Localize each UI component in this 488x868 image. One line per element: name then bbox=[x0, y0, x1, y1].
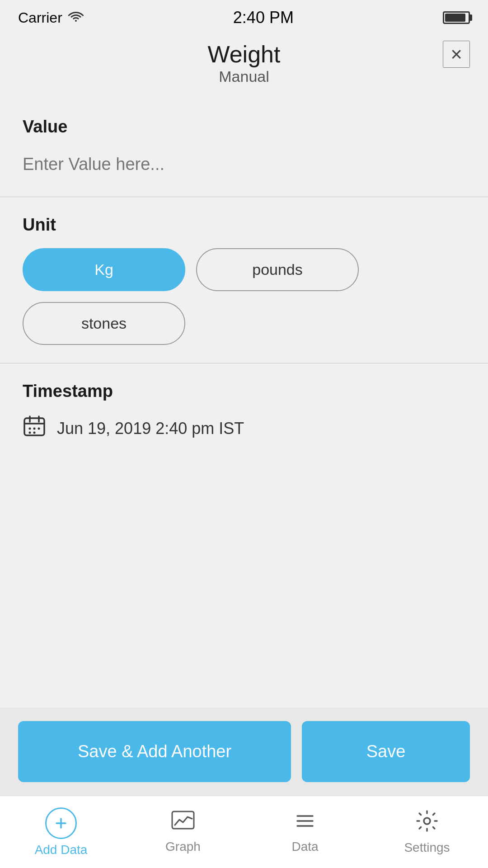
calendar-icon bbox=[23, 415, 46, 443]
tab-data[interactable]: Data bbox=[244, 796, 366, 868]
battery-fill bbox=[445, 14, 465, 22]
status-battery bbox=[443, 11, 470, 24]
svg-point-8 bbox=[33, 432, 36, 434]
add-data-icon bbox=[45, 807, 77, 839]
tab-settings-label: Settings bbox=[404, 840, 450, 855]
timestamp-row[interactable]: Jun 19, 2019 2:40 pm IST bbox=[23, 415, 465, 443]
status-carrier: Carrier bbox=[18, 9, 84, 26]
unit-section: Unit Kg pounds stones bbox=[0, 197, 488, 363]
page-subtitle: Manual bbox=[36, 68, 452, 85]
value-input[interactable] bbox=[23, 150, 465, 179]
settings-icon bbox=[416, 810, 438, 837]
tab-graph-label: Graph bbox=[165, 840, 201, 854]
tab-bar: Add Data Graph Data Settings bbox=[0, 796, 488, 868]
svg-point-5 bbox=[33, 428, 36, 430]
unit-btn-kg[interactable]: Kg bbox=[23, 248, 185, 291]
svg-point-6 bbox=[38, 428, 40, 430]
svg-point-4 bbox=[29, 428, 31, 430]
action-bar: Save & Add Another Save bbox=[0, 708, 488, 796]
svg-point-7 bbox=[29, 432, 31, 434]
status-bar: Carrier 2:40 PM bbox=[0, 0, 488, 32]
data-icon bbox=[295, 811, 315, 836]
unit-btn-stones[interactable]: stones bbox=[23, 302, 185, 345]
save-add-button[interactable]: Save & Add Another bbox=[18, 721, 291, 782]
svg-point-15 bbox=[424, 818, 430, 824]
carrier-text: Carrier bbox=[18, 9, 62, 26]
tab-graph[interactable]: Graph bbox=[122, 796, 244, 868]
svg-rect-11 bbox=[172, 811, 194, 829]
tab-settings[interactable]: Settings bbox=[366, 796, 488, 868]
timestamp-value: Jun 19, 2019 2:40 pm IST bbox=[57, 419, 244, 438]
unit-btn-pounds[interactable]: pounds bbox=[196, 248, 359, 291]
battery-icon bbox=[443, 11, 470, 24]
value-section: Value bbox=[0, 99, 488, 197]
timestamp-label: Timestamp bbox=[23, 382, 465, 401]
close-button[interactable]: × bbox=[443, 41, 470, 68]
tab-add-data[interactable]: Add Data bbox=[0, 796, 122, 868]
graph-icon bbox=[171, 811, 195, 836]
tab-add-data-label: Add Data bbox=[35, 843, 88, 857]
timestamp-section: Timestamp Jun 19, 2019 2:40 pm IST bbox=[0, 363, 488, 461]
unit-buttons-group: Kg pounds stones bbox=[23, 248, 465, 345]
status-time: 2:40 PM bbox=[233, 8, 294, 27]
page-title: Weight bbox=[36, 41, 452, 68]
value-label: Value bbox=[23, 117, 465, 137]
main-content: Value Unit Kg pounds stones Timestamp bbox=[0, 99, 488, 708]
unit-label: Unit bbox=[23, 215, 465, 235]
page-header: Weight Manual × bbox=[0, 32, 488, 99]
wifi-icon bbox=[68, 10, 84, 26]
tab-data-label: Data bbox=[291, 840, 318, 854]
save-button[interactable]: Save bbox=[302, 721, 470, 782]
